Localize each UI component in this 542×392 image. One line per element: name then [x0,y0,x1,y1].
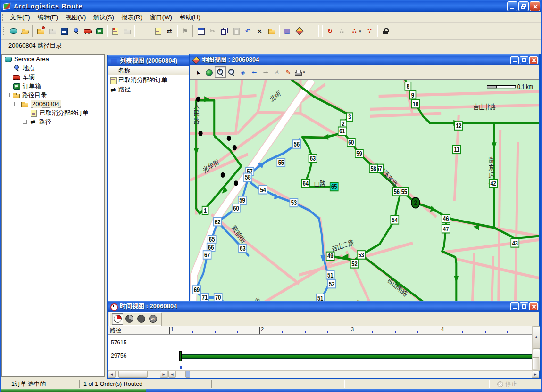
new-database-button[interactable] [7,25,19,37]
list-view-titlebar[interactable]: ▦ 列表视图 (20060804) [108,55,195,66]
sequence-button[interactable]: ∴▾ [348,25,364,37]
tree-item-routing-folders[interactable]: 路径目录 [2,90,104,99]
close-button[interactable] [530,1,540,11]
scroll-right-arrow[interactable]: ► [160,371,167,378]
map-view-titlebar[interactable]: 地图视图 : 20060804 [190,54,539,65]
routes-button[interactable]: ⇄ [164,25,175,37]
list-row-unassigned-orders[interactable]: 已取消分配的订单 [108,75,195,85]
lock-button[interactable] [379,25,391,37]
tree-item-order-box[interactable]: 订单箱 [2,82,104,90]
menu-window[interactable]: 窗口(W) [146,12,176,23]
zoom-out-button[interactable]: − [226,66,237,78]
tree-item-label[interactable]: 已取消分配的订单 [40,109,89,117]
delete-button[interactable]: × [254,25,266,37]
unassigned-order-dot[interactable] [196,97,200,102]
solve-route-button[interactable]: ↻ [324,25,336,37]
properties-button[interactable] [195,25,207,37]
route-time-bar[interactable] [181,354,533,359]
time-maximize-button[interactable] [520,302,528,310]
stop-marker[interactable]: 58 [369,164,377,173]
new-folder-button[interactable] [34,25,46,37]
stop-marker[interactable]: 3 [347,113,353,121]
zoom-24-hour-button[interactable]: 24 [147,313,158,325]
scroll-left-arrow[interactable]: ◄ [168,371,176,378]
depot-marker[interactable]: 2 [411,197,420,208]
draw-tool-button[interactable]: ✎ [283,66,294,78]
stop-marker[interactable]: 67 [203,251,211,259]
zoom-in-button[interactable]: + [215,66,226,78]
stop-marker[interactable]: 65 [208,235,216,244]
stop-marker[interactable]: 49 [326,252,334,261]
list-view-icon-column[interactable] [108,66,115,75]
tree-item-folder-20060804[interactable]: 20060804 [2,99,104,108]
time-vscrollbar[interactable]: ▲ ▼ [532,326,539,371]
stop-marker[interactable]: 11 [453,145,461,154]
stop-marker[interactable]: 43 [511,239,519,247]
tree-item-vehicles[interactable]: 车辆 [2,73,104,82]
stop-marker[interactable]: 46 [442,215,450,223]
tree-item-label[interactable]: 车辆 [23,73,35,82]
stop-marker[interactable]: 63 [309,154,317,163]
stop-marker[interactable]: 63 [239,244,247,253]
stop-marker[interactable]: 51 [326,271,334,279]
new-location-button[interactable] [70,25,82,37]
map-close-button[interactable] [529,56,538,64]
time-view-titlebar[interactable]: 时间视图 : 20060804 [108,301,539,312]
tree-item-label[interactable]: Service Area [14,56,49,63]
menu-help[interactable]: 帮助(H) [176,12,204,23]
menu-edit[interactable]: 编辑(E) [34,12,62,23]
restore-button[interactable] [518,1,529,11]
stop-marker[interactable]: 59 [238,196,246,205]
stop-marker[interactable]: 69 [193,286,201,294]
stop-marker[interactable]: 55 [277,158,285,167]
send-orders-button[interactable] [109,25,121,37]
tree-item-routes[interactable]: ⇄路径 [2,117,104,126]
tree-item-label[interactable]: 订单箱 [23,82,41,90]
stop-marker[interactable]: 56 [292,140,300,148]
scroll-up-arrow[interactable]: ▲ [533,326,540,349]
order-box-button[interactable] [93,25,105,37]
list-view-button[interactable]: ▦ [281,25,293,37]
stop-marker[interactable]: 59 [355,149,363,158]
route-start-marker[interactable] [179,351,182,361]
tree-item-label[interactable]: 路径 [39,118,51,126]
unassigned-order-dot[interactable] [199,131,203,136]
stop-marker[interactable]: 8 [405,82,411,90]
stop-marker[interactable]: 62 [214,218,222,226]
find-button[interactable] [136,25,148,37]
tree-item-label[interactable]: 地点 [23,64,35,73]
list-view-name-column[interactable]: 名称 [115,66,195,75]
stop-marker[interactable]: 56 [392,188,400,196]
move-to-folder-button[interactable] [266,25,277,37]
title-bar[interactable]: ArcLogistics Route [0,0,542,12]
stop-marker[interactable]: 42 [489,179,497,188]
unassigned-order-dot[interactable] [233,145,237,150]
save-button[interactable] [58,25,70,37]
back-extent-button[interactable]: ← [249,66,260,78]
stop-marker[interactable]: 9 [409,91,416,99]
stop-marker[interactable]: 55 [400,188,408,196]
stop-marker[interactable]: 12 [455,122,463,130]
stop-marker[interactable]: 47 [442,225,450,233]
minimize-button[interactable] [507,1,517,11]
menu-file[interactable]: 文件(F) [6,12,34,23]
undo-button[interactable]: ↶ [242,25,254,37]
scroll-right-arrow[interactable]: ► [532,371,539,378]
resequence-button[interactable]: ∵ [364,25,375,37]
stop-marker[interactable]: 60 [232,204,240,212]
stop-marker[interactable]: 53 [290,199,298,207]
pan-tool-button[interactable]: ☝ [271,66,283,78]
tree-item-unassigned-orders[interactable]: 已取消分配的订单 [2,108,104,117]
stop-marker[interactable]: 54 [259,186,267,194]
new-vehicle-button[interactable] [82,25,93,37]
time-minimize-button[interactable] [510,302,519,310]
expand-icon[interactable] [23,120,27,124]
stop-marker[interactable]: 64 [301,179,309,188]
stop-marker[interactable]: 66 [207,243,215,252]
stop-marker[interactable]: 10 [411,100,419,108]
select-tool-button[interactable]: ► [192,66,203,78]
timeline-hscrollbar[interactable]: ◄ ► [168,371,539,378]
stop-marker[interactable]: 52 [350,260,359,268]
tree-item-label[interactable]: 20060804 [31,100,61,108]
stop-marker[interactable]: 54 [391,216,399,224]
